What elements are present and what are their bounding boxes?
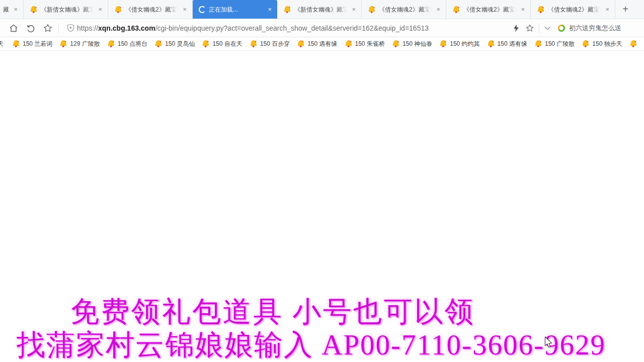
bell-favicon-icon bbox=[59, 40, 67, 48]
search-engine-logo-icon bbox=[557, 24, 566, 32]
back-button[interactable] bbox=[22, 21, 39, 35]
bookmark-label: 150 独步天 bbox=[592, 40, 622, 48]
browser-window: 藏宝阁 × 《新倩女幽魂》藏宝阁 × 《倩女幽魂2》藏宝阁 × 正在加载... … bbox=[0, 0, 644, 362]
tab-title: 《新倩女幽魂》藏宝阁 bbox=[294, 6, 347, 14]
home-icon bbox=[9, 23, 19, 33]
bookmark-item[interactable]: 129 广陵散 bbox=[59, 40, 100, 48]
address-bar[interactable]: https://xqn.cbg.163.com/cgi-bin/equipque… bbox=[61, 21, 510, 35]
bell-favicon-icon bbox=[368, 6, 376, 14]
new-tab-button[interactable]: + bbox=[615, 0, 635, 19]
close-icon[interactable]: × bbox=[97, 6, 104, 13]
toolbar-separator bbox=[539, 23, 539, 33]
mouse-cursor-icon bbox=[544, 336, 553, 348]
tab-7[interactable]: 《倩女幽魂2》藏宝阁 × bbox=[531, 0, 615, 19]
bookmark-label: 150 兰若词 bbox=[23, 40, 52, 48]
bookmark-item[interactable]: 150 点将台 bbox=[107, 40, 147, 48]
toolbar-separator bbox=[58, 23, 59, 33]
bell-favicon-icon bbox=[154, 40, 163, 48]
tab-title: 《倩女幽魂2》藏宝阁 bbox=[463, 6, 516, 14]
bell-favicon-icon bbox=[114, 6, 122, 14]
lightning-icon bbox=[513, 24, 520, 32]
bookmark-label: 150 自在天 bbox=[212, 40, 242, 48]
bookmark-item-clipped[interactable] bbox=[629, 40, 637, 48]
bookmark-label: 150 遇有缘 bbox=[498, 40, 527, 48]
bell-favicon-icon bbox=[392, 40, 400, 48]
chevron-down-icon bbox=[544, 26, 551, 30]
bookmark-item[interactable]: 150 兰若词 bbox=[12, 40, 52, 48]
bell-favicon-icon bbox=[12, 40, 20, 48]
close-icon[interactable]: × bbox=[12, 6, 19, 13]
bookmark-label: 150 灼灼其 bbox=[450, 40, 479, 48]
bookmark-item[interactable]: 150 自在天 bbox=[202, 40, 242, 48]
bell-favicon-icon bbox=[250, 40, 258, 48]
bookmark-item[interactable]: 150 遇有缘 bbox=[487, 40, 527, 48]
bell-favicon-icon bbox=[283, 6, 291, 14]
url-domain: xqn.cbg.163.com bbox=[98, 24, 155, 32]
tab-2[interactable]: 《倩女幽魂2》藏宝阁 × bbox=[108, 0, 193, 19]
bookmark-item[interactable]: 150 百步穿 bbox=[250, 40, 290, 48]
tab-1[interactable]: 《新倩女幽魂》藏宝阁 × bbox=[24, 0, 108, 19]
bookmark-item[interactable]: 150 独步天 bbox=[582, 40, 622, 48]
bookmark-label: 150 百步穿 bbox=[260, 40, 290, 48]
star-icon bbox=[525, 24, 534, 33]
tab-3-active-loading[interactable]: 正在加载... × bbox=[193, 0, 277, 19]
tab-title: 《倩女幽魂2》藏宝阁 bbox=[125, 6, 178, 14]
tab-4[interactable]: 《新倩女幽魂》藏宝阁 × bbox=[277, 0, 362, 19]
tab-0-partial[interactable]: 藏宝阁 × bbox=[0, 0, 24, 19]
search-suggestion-text[interactable]: 初六送穷鬼怎么送 bbox=[569, 24, 621, 33]
bell-favicon-icon bbox=[345, 40, 353, 48]
page-content: 免费领礼包道具 小号也可以领 找蒲家村云锦娘娘输入 AP00-7110-3606… bbox=[0, 51, 644, 361]
search-box[interactable]: 初六送穷鬼怎么送 bbox=[553, 24, 639, 33]
close-icon[interactable]: × bbox=[350, 6, 357, 13]
close-icon[interactable]: × bbox=[519, 6, 526, 13]
site-security-button[interactable] bbox=[64, 21, 77, 35]
tab-title: 《倩女幽魂2》藏宝阁 bbox=[548, 6, 601, 14]
bell-favicon-icon bbox=[487, 40, 495, 48]
tab-6[interactable]: 《倩女幽魂2》藏宝阁 × bbox=[446, 0, 531, 19]
url-path: /cgi-bin/equipquery.py?act=overall_searc… bbox=[155, 24, 429, 32]
favorites-button[interactable] bbox=[39, 21, 56, 35]
tab-title: 《倩女幽魂2》藏宝阁 bbox=[379, 6, 432, 14]
bookmark-label: 150 神仙眷 bbox=[403, 40, 432, 48]
close-icon[interactable]: × bbox=[266, 6, 273, 13]
bookmarks-bar: 天 150 兰若词 129 广陵散 150 点将台 150 灵岛仙 150 自在… bbox=[0, 37, 644, 51]
tab-title: 《新倩女幽魂》藏宝阁 bbox=[41, 6, 94, 14]
bookmark-label: 150 朱雀桥 bbox=[355, 40, 385, 48]
bell-favicon-icon bbox=[582, 40, 590, 48]
bookmark-item-clipped[interactable]: 天 bbox=[0, 40, 4, 48]
close-icon[interactable]: × bbox=[435, 6, 442, 13]
bookmark-label: 150 点将台 bbox=[118, 40, 147, 48]
bookmark-item[interactable]: 150 灵岛仙 bbox=[154, 40, 195, 48]
close-icon[interactable]: × bbox=[604, 6, 611, 13]
bell-favicon-icon bbox=[439, 40, 447, 48]
bell-favicon-icon bbox=[534, 40, 542, 48]
tab-title: 正在加载... bbox=[209, 6, 263, 14]
undo-arrow-icon bbox=[26, 23, 36, 33]
close-icon[interactable]: × bbox=[181, 6, 188, 13]
speed-mode-button[interactable] bbox=[510, 21, 523, 35]
bookmark-label: 129 广陵散 bbox=[70, 40, 100, 48]
bell-favicon-icon bbox=[107, 40, 115, 48]
bookmark-item[interactable]: 150 朱雀桥 bbox=[345, 40, 385, 48]
star-icon bbox=[43, 23, 53, 33]
bookmark-label: 150 灵岛仙 bbox=[165, 40, 195, 48]
bookmark-label: 150 广陵散 bbox=[545, 40, 575, 48]
bookmark-item[interactable]: 150 广陵散 bbox=[534, 40, 575, 48]
ad-text-line-2: 找蒲家村云锦娘娘输入 AP00-7110-3606-9629 bbox=[17, 329, 606, 361]
loading-spinner-icon bbox=[199, 6, 206, 13]
home-button[interactable] bbox=[5, 21, 22, 35]
bell-favicon-icon bbox=[629, 40, 637, 48]
shield-plus-icon bbox=[66, 24, 75, 32]
bookmark-item[interactable]: 150 遇有缘 bbox=[297, 40, 337, 48]
bookmark-page-button[interactable] bbox=[523, 21, 537, 35]
bookmark-item[interactable]: 150 神仙眷 bbox=[392, 40, 432, 48]
bookmark-label: 150 遇有缘 bbox=[307, 40, 337, 48]
bookmark-item[interactable]: 150 灼灼其 bbox=[439, 40, 479, 48]
url-dropdown-button[interactable] bbox=[541, 21, 553, 35]
address-toolbar: https://xqn.cbg.163.com/cgi-bin/equipque… bbox=[0, 19, 644, 37]
tab-5[interactable]: 《倩女幽魂2》藏宝阁 × bbox=[362, 0, 446, 19]
url-scheme: https:// bbox=[77, 24, 98, 32]
url-text[interactable]: https://xqn.cbg.163.com/cgi-bin/equipque… bbox=[77, 24, 507, 32]
tab-strip: 藏宝阁 × 《新倩女幽魂》藏宝阁 × 《倩女幽魂2》藏宝阁 × 正在加载... … bbox=[0, 0, 644, 19]
bell-favicon-icon bbox=[452, 6, 460, 14]
